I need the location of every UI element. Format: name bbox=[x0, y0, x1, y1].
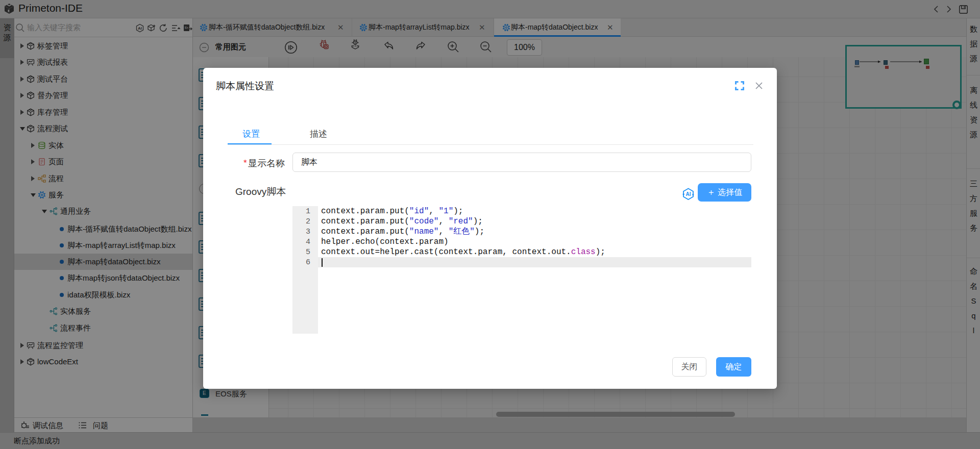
svg-text:AI: AI bbox=[686, 191, 691, 197]
